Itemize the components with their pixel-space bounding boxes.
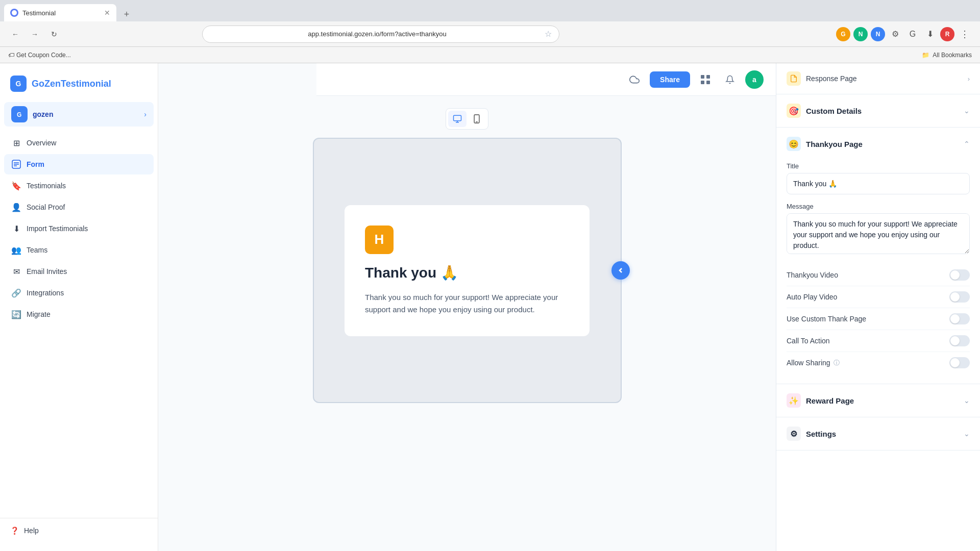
extension-icon-6[interactable]: ⬇ <box>923 27 937 41</box>
browser-menu-button[interactable]: ⋮ <box>958 27 972 41</box>
import-icon: ⬇ <box>11 223 21 234</box>
sidebar-item-label: Overview <box>27 139 56 147</box>
settings-header[interactable]: ⚙ Settings ⌄ <box>776 417 980 450</box>
custom-thank-page-toggle[interactable] <box>949 313 970 324</box>
extension-icon-3[interactable]: N <box>871 27 885 41</box>
address-bar-row: ← → ↻ app.testimonial.gozen.io/form?acti… <box>0 21 980 47</box>
thankyou-page-section: 😊 Thankyou Page ⌃ Title Message Thank yo… <box>776 128 980 384</box>
sidebar-item-overview[interactable]: ⊞ Overview <box>4 133 154 153</box>
thankyou-video-toggle-row: Thankyou Video <box>787 264 970 286</box>
sidebar-item-social-proof[interactable]: 👤 Social Proof <box>4 197 154 217</box>
mobile-view-button[interactable] <box>468 111 486 127</box>
sidebar-item-label: Integrations <box>27 289 64 297</box>
sidebar-help-item[interactable]: ❓ Help <box>10 527 148 535</box>
sidebar-item-email-invites[interactable]: ✉ Email Invites <box>4 261 154 282</box>
svg-rect-8 <box>706 75 710 79</box>
allow-sharing-info-icon[interactable]: ⓘ <box>834 359 840 367</box>
bookmark-label: Get Coupon Code... <box>16 52 71 59</box>
title-form-group: Title <box>787 162 970 194</box>
sidebar-item-import-testimonials[interactable]: ⬇ Import Testimonials <box>4 218 154 239</box>
user-avatar-button[interactable]: a <box>745 70 764 89</box>
sidebar-logo: G GoZenTestimonial <box>0 71 158 102</box>
sidebar-nav: ⊞ Overview Form 🔖 <box>0 131 158 518</box>
forward-button[interactable]: → <box>28 27 42 41</box>
response-page-section[interactable]: Response Page › <box>776 63 980 94</box>
user-name: gozen <box>33 110 53 118</box>
browser-tab[interactable]: Testimonial ✕ <box>4 4 116 21</box>
tab-bar: Testimonial ✕ + <box>0 0 980 21</box>
sidebar-item-label: Social Proof <box>27 203 65 211</box>
help-icon: ❓ <box>10 527 19 535</box>
thankyou-page-header[interactable]: 😊 Thankyou Page ⌃ <box>776 128 980 160</box>
sidebar-item-label: Teams <box>27 246 47 254</box>
bookmark-item[interactable]: 🏷 Get Coupon Code... <box>8 52 71 59</box>
user-avatar: G <box>11 106 28 122</box>
svg-rect-10 <box>706 81 710 84</box>
app-container: G GoZenTestimonial G gozen › ⊞ <box>0 63 980 551</box>
message-textarea[interactable]: Thank you so much for your support! We a… <box>787 213 970 254</box>
thankyou-video-toggle[interactable] <box>949 269 970 281</box>
integrations-icon: 🔗 <box>11 288 21 298</box>
user-menu-chevron-icon: › <box>144 110 146 118</box>
custom-details-header[interactable]: 🎯 Custom Details ⌄ <box>776 94 980 127</box>
call-to-action-label: Call To Action <box>787 337 830 345</box>
sidebar-item-form[interactable]: Form <box>4 154 154 174</box>
social-proof-icon: 👤 <box>11 202 21 212</box>
new-tab-button[interactable]: + <box>119 7 134 21</box>
address-bar[interactable]: app.testimonial.gozen.io/form?active=tha… <box>202 26 559 43</box>
brand-logo: H <box>365 226 394 254</box>
reward-page-section: ✨ Reward Page ⌄ <box>776 384 980 417</box>
teams-icon: 👥 <box>11 245 21 255</box>
reward-page-icon: ✨ <box>787 393 801 408</box>
app-header: Share a <box>316 63 776 96</box>
back-button[interactable]: ← <box>8 27 22 41</box>
extension-icon-7[interactable]: R <box>940 27 954 41</box>
migrate-icon: 🔄 <box>11 309 21 319</box>
reload-button[interactable]: ↻ <box>47 27 61 41</box>
email-icon: ✉ <box>11 266 21 277</box>
title-input[interactable] <box>787 173 970 194</box>
sidebar-item-label: Form <box>27 160 44 168</box>
testimonials-icon: 🔖 <box>11 181 21 191</box>
settings-section: ⚙ Settings ⌄ <box>776 417 980 450</box>
reward-page-header[interactable]: ✨ Reward Page ⌄ <box>776 384 980 417</box>
all-bookmarks-btn[interactable]: 📁 All Bookmarks <box>922 52 972 59</box>
desktop-view-button[interactable] <box>448 111 467 127</box>
preview-message: Thank you so much for your support! We a… <box>365 291 569 316</box>
thankyou-page-title: 😊 Thankyou Page <box>787 137 863 151</box>
preview-title: Thank you 🙏 <box>365 264 458 281</box>
tab-close-button[interactable]: ✕ <box>104 9 110 17</box>
thankyou-video-label: Thankyou Video <box>787 271 838 279</box>
grid-icon[interactable] <box>696 70 715 89</box>
allow-sharing-toggle[interactable] <box>949 357 970 368</box>
message-form-group: Message Thank you so much for your suppo… <box>787 203 970 256</box>
extension-icon-2[interactable]: N <box>853 27 868 41</box>
sidebar-item-label: Import Testimonials <box>27 224 88 233</box>
extension-icon-4[interactable]: ⚙ <box>888 27 902 41</box>
call-to-action-toggle[interactable] <box>949 335 970 346</box>
autoplay-video-toggle[interactable] <box>949 291 970 303</box>
notifications-icon[interactable] <box>721 70 739 89</box>
form-icon <box>11 159 21 169</box>
bookmark-star-icon[interactable]: ☆ <box>545 29 552 39</box>
sidebar-item-migrate[interactable]: 🔄 Migrate <box>4 304 154 324</box>
view-toggle-container <box>446 100 488 138</box>
reward-chevron-icon: ⌄ <box>964 396 970 405</box>
sidebar-user-section[interactable]: G gozen › <box>4 102 154 127</box>
reward-page-title: ✨ Reward Page <box>787 393 854 408</box>
overview-icon: ⊞ <box>11 138 21 148</box>
custom-details-title: 🎯 Custom Details <box>787 104 862 118</box>
settings-icon: ⚙ <box>787 427 801 441</box>
extension-icon-5[interactable]: G <box>905 27 920 41</box>
custom-details-chevron-icon: ⌄ <box>964 107 970 115</box>
sidebar-item-testimonials[interactable]: 🔖 Testimonials <box>4 176 154 196</box>
url-text: app.testimonial.gozen.io/form?active=tha… <box>210 30 545 38</box>
preview-area: Share a <box>158 63 776 551</box>
panel-collapse-button[interactable] <box>611 261 630 280</box>
cloud-icon[interactable] <box>625 70 644 89</box>
title-label: Title <box>787 162 970 170</box>
sidebar-item-integrations[interactable]: 🔗 Integrations <box>4 283 154 303</box>
share-button[interactable]: Share <box>650 71 690 88</box>
sidebar-item-teams[interactable]: 👥 Teams <box>4 240 154 260</box>
extension-icon-1[interactable]: G <box>836 27 850 41</box>
